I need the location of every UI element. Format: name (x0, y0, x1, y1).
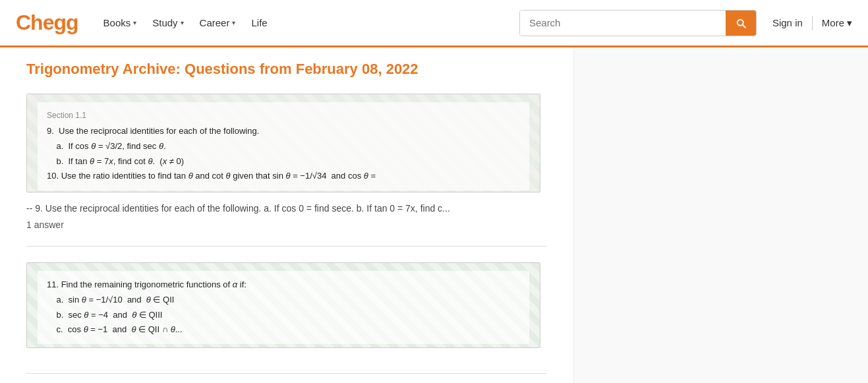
chevron-down-icon: ▾ (232, 19, 235, 26)
nav-career[interactable]: Career ▾ (193, 12, 243, 34)
nav-life-label: Life (251, 17, 267, 28)
image2-line-2: a. sin θ = −1/√10 and θ ∈ QII (47, 293, 520, 308)
search-button[interactable] (726, 11, 756, 36)
page-title: Trigonometry Archive: Questions from Feb… (26, 61, 547, 78)
main-nav: Books ▾ Study ▾ Career ▾ Life (97, 12, 274, 34)
nav-books[interactable]: Books ▾ (97, 12, 144, 34)
nav-study[interactable]: Study ▾ (146, 12, 190, 34)
image-background-2: 11. Find the remaining trigonometric fun… (27, 263, 540, 347)
section-label: Section 1.1 (47, 109, 520, 123)
signin-link[interactable]: Sign in (772, 17, 803, 28)
header: Chegg Books ▾ Study ▾ Career ▾ Life (0, 0, 868, 47)
search-input[interactable] (520, 11, 726, 35)
image-text-block-2: 11. Find the remaining trigonometric fun… (38, 271, 529, 344)
question-image-2: 11. Find the remaining trigonometric fun… (26, 262, 540, 348)
chegg-logo: Chegg (16, 11, 78, 35)
header-right: Sign in More ▾ (772, 16, 852, 30)
answer-count-1: 1 answer (26, 220, 547, 230)
question-text-1: -- 9. Use the reciprocal identities for … (26, 202, 547, 216)
more-menu[interactable]: More ▾ (822, 17, 852, 29)
question-image-1: Section 1.1 9. Use the reciprocal identi… (26, 94, 540, 192)
image2-line-1: 11. Find the remaining trigonometric fun… (47, 278, 520, 293)
question-card: Section 1.1 9. Use the reciprocal identi… (26, 94, 547, 247)
chevron-down-icon: ▾ (181, 19, 184, 26)
nav-career-label: Career (200, 17, 230, 28)
nav-life[interactable]: Life (245, 12, 274, 34)
image-line-1: 9. Use the reciprocal identities for eac… (47, 124, 520, 139)
image-line-3: b. If tan θ = 7x, find cot θ. (x ≠ 0) (47, 154, 520, 169)
content-area: Trigonometry Archive: Questions from Feb… (0, 47, 573, 383)
more-label: More (822, 17, 844, 28)
image2-line-4: c. cos θ = −1 and θ ∈ QII ∩ θ... (47, 322, 520, 338)
search-icon (735, 17, 747, 29)
search-container (519, 10, 757, 36)
main-content: Trigonometry Archive: Questions from Feb… (0, 47, 868, 383)
nav-study-label: Study (152, 17, 177, 28)
sidebar (573, 47, 868, 383)
chevron-down-icon: ▾ (847, 17, 852, 29)
image-background-1: Section 1.1 9. Use the reciprocal identi… (27, 94, 540, 192)
image2-line-3: b. sec θ = −4 and θ ∈ QIII (47, 308, 520, 323)
question-card-2: 11. Find the remaining trigonometric fun… (26, 262, 547, 374)
header-divider (812, 16, 813, 30)
image-line-2: a. If cos θ = √3/2, find sec θ. (47, 139, 520, 154)
image-text-block-1: Section 1.1 9. Use the reciprocal identi… (38, 102, 529, 191)
nav-books-label: Books (103, 17, 131, 28)
search-area (519, 10, 757, 36)
image-line-4: 10. Use the ratio identities to find tan… (47, 169, 520, 184)
chevron-down-icon: ▾ (133, 19, 136, 26)
